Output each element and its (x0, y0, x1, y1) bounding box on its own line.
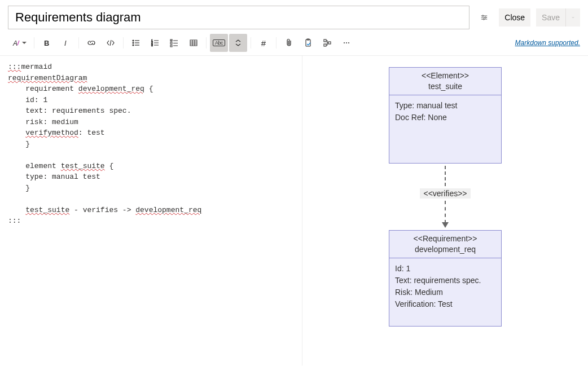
svg-point-38 (346, 42, 347, 43)
element-node-body: Type: manual test Doc Ref: None (389, 95, 501, 163)
save-dropdown-button[interactable] (565, 8, 580, 27)
separator (34, 37, 34, 48)
clipboard-button[interactable] (299, 34, 317, 52)
collapse-button[interactable] (229, 34, 247, 52)
svg-point-37 (344, 42, 345, 43)
element-node-header: <<Element>> test_suite (389, 68, 501, 95)
svg-point-9 (133, 40, 134, 41)
requirement-id-row: Id: 1 (395, 263, 495, 275)
element-stereotype: <<Element>> (393, 70, 498, 81)
code-button[interactable] (102, 34, 120, 52)
separator (276, 37, 277, 48)
svg-rect-23 (170, 42, 172, 44)
svg-text:I: I (64, 39, 67, 47)
title-input[interactable] (8, 6, 469, 29)
save-button[interactable]: Save (536, 8, 565, 27)
requirement-stereotype: <<Requirement>> (393, 233, 498, 244)
edge-label: <<verifies>> (420, 188, 470, 199)
bullet-list-button[interactable] (127, 34, 145, 52)
svg-point-5 (483, 19, 484, 20)
table-icon (189, 38, 198, 47)
svg-point-11 (133, 42, 134, 43)
save-button-group: Save (536, 8, 580, 27)
collapse-icon (234, 38, 243, 47)
bold-button[interactable]: B (38, 34, 56, 52)
requirement-node-header: <<Requirement>> development_req (389, 231, 501, 258)
svg-point-13 (133, 45, 134, 46)
svg-rect-27 (190, 40, 197, 46)
work-item-button[interactable] (318, 34, 336, 52)
separator (123, 37, 124, 48)
edge: <<verifies>> (383, 166, 507, 228)
requirement-node-body: Id: 1 Text: requirements spec. Risk: Med… (389, 258, 501, 326)
svg-text:3: 3 (151, 43, 153, 47)
svg-rect-35 (324, 44, 326, 46)
separator (251, 37, 251, 48)
edge-line-icon (445, 166, 446, 186)
more-button[interactable] (337, 34, 356, 52)
toolbar: A B I 123 Abc # Markdown supported. (0, 33, 588, 56)
bold-icon: B (42, 38, 51, 47)
font-style-button[interactable]: A (8, 34, 30, 52)
requirement-name: development_req (393, 244, 498, 255)
source-editor[interactable]: :::mermaid requirementDiagram requiremen… (0, 56, 302, 365)
header-bar: Close Save (0, 0, 588, 33)
table-button[interactable] (185, 34, 203, 52)
requirement-verification-row: Verification: Test (395, 298, 495, 310)
element-type-row: Type: manual test (395, 100, 495, 112)
close-button[interactable]: Close (499, 8, 530, 27)
requirement-text-row: Text: requirements spec. (395, 275, 495, 286)
svg-rect-34 (324, 39, 326, 42)
separator (78, 37, 79, 48)
italic-icon: I (62, 38, 71, 47)
requirement-risk-row: Risk: Medium (395, 286, 495, 298)
svg-rect-36 (328, 42, 331, 44)
svg-point-3 (482, 15, 484, 16)
paperclip-icon (284, 38, 293, 47)
svg-text:B: B (44, 39, 49, 47)
markdown-supported-link[interactable]: Markdown supported. (515, 39, 580, 47)
bullet-list-icon (131, 38, 141, 47)
work-item-icon (323, 38, 332, 47)
requirement-diagram: <<Element>> test_suite Type: manual test… (383, 67, 507, 327)
requirement-node: <<Requirement>> development_req Id: 1 Te… (389, 230, 502, 327)
svg-text:A: A (12, 39, 17, 47)
code-icon (106, 38, 115, 47)
separator (206, 37, 207, 48)
preview-pane: <<Element>> test_suite Type: manual test… (302, 56, 588, 365)
heading-button[interactable]: # (254, 34, 273, 52)
attachment-button[interactable] (280, 34, 298, 52)
checklist-icon (170, 38, 179, 47)
svg-point-39 (348, 42, 349, 43)
chevron-down-icon (572, 15, 574, 20)
svg-rect-25 (170, 45, 172, 47)
svg-point-4 (485, 17, 486, 18)
clipboard-icon (304, 38, 313, 47)
element-docref-row: Doc Ref: None (395, 112, 495, 124)
numbered-list-button[interactable]: 123 (146, 34, 164, 52)
numbered-list-icon: 123 (151, 38, 160, 47)
element-name: test_suite (393, 81, 498, 92)
arrowhead-icon (442, 222, 449, 228)
abc-icon: Abc (213, 39, 225, 46)
edge-line-icon (445, 201, 446, 223)
abc-button[interactable]: Abc (210, 34, 228, 52)
italic-button[interactable]: I (57, 34, 75, 52)
link-icon (87, 38, 96, 47)
sliders-icon (481, 14, 488, 21)
element-node: <<Element>> test_suite Type: manual test… (389, 67, 502, 164)
hash-icon: # (261, 38, 266, 48)
font-style-icon: A (12, 38, 21, 47)
settings-button[interactable] (475, 8, 493, 27)
more-icon (342, 38, 351, 47)
main-area: :::mermaid requirementDiagram requiremen… (0, 56, 588, 365)
link-button[interactable] (82, 34, 100, 52)
checklist-button[interactable] (165, 34, 183, 52)
